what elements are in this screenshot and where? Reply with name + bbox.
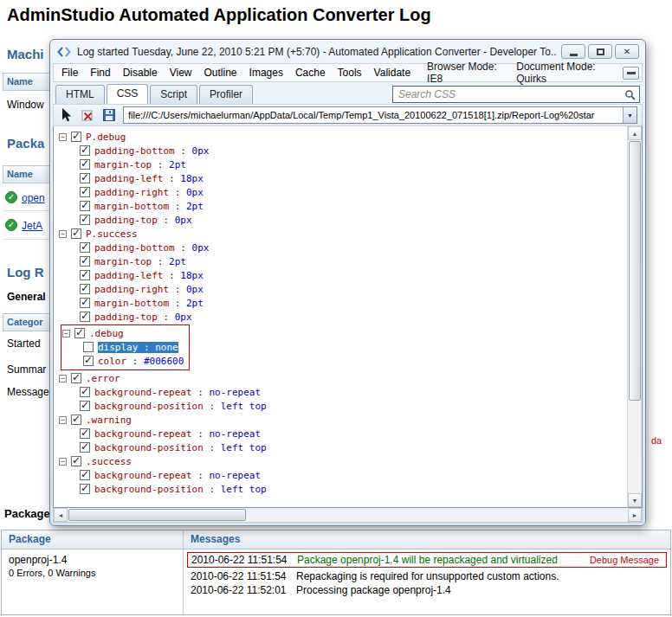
css-property[interactable]: background-position : left top xyxy=(94,401,267,412)
close-button[interactable]: ✕ xyxy=(615,44,639,59)
file-url-dropdown[interactable]: file:///C:/Users/michaelurman/AppData/Lo… xyxy=(123,106,637,124)
property-checkbox[interactable] xyxy=(80,312,90,322)
dropdown-arrow-icon[interactable]: ▼ xyxy=(623,107,636,123)
scroll-up-icon[interactable]: ▲ xyxy=(628,126,642,140)
tree-expander-icon[interactable]: − xyxy=(62,330,70,337)
rule-checkbox[interactable] xyxy=(74,328,85,338)
rule-checkbox[interactable] xyxy=(71,373,81,383)
tab-html[interactable]: HTML xyxy=(55,85,105,104)
css-property-row[interactable]: padding-left : 18px xyxy=(59,268,627,282)
minimize-button[interactable] xyxy=(561,44,585,59)
css-property-row[interactable]: background-repeat : no-repeat xyxy=(59,468,627,482)
tab-script[interactable]: Script xyxy=(150,85,197,104)
property-checkbox[interactable] xyxy=(80,256,90,267)
property-checkbox[interactable] xyxy=(80,145,90,156)
rule-checkbox[interactable] xyxy=(71,132,81,142)
disable-styles-icon[interactable] xyxy=(80,107,95,123)
css-property-row[interactable]: margin-top : 2pt xyxy=(59,157,627,171)
css-property-row[interactable]: background-position : left top xyxy=(59,482,627,496)
menu-item-tools[interactable]: Tools xyxy=(333,65,367,80)
rule-checkbox[interactable] xyxy=(71,228,81,239)
css-property[interactable]: background-position : left top xyxy=(94,442,267,453)
menu-item-find[interactable]: Find xyxy=(85,65,115,80)
property-checkbox[interactable] xyxy=(80,387,90,397)
tree-expander-icon[interactable]: − xyxy=(59,375,67,382)
vertical-scroll-track[interactable] xyxy=(628,402,642,493)
css-rule-row[interactable]: −.debug xyxy=(62,326,184,340)
property-checkbox[interactable] xyxy=(80,442,90,453)
tree-expander-icon[interactable]: − xyxy=(59,458,67,466)
menu-item-file[interactable]: File xyxy=(56,65,83,80)
property-checkbox[interactable] xyxy=(80,187,90,197)
css-property-row[interactable]: padding-bottom : 0px xyxy=(59,241,627,254)
machine-name-column-header[interactable]: Name xyxy=(3,73,50,91)
property-checkbox[interactable] xyxy=(83,356,94,366)
css-property-row[interactable]: padding-right : 0px xyxy=(59,185,627,199)
package-column-header[interactable]: Package xyxy=(2,530,184,549)
collapse-menubar-icon[interactable] xyxy=(623,67,639,80)
search-icon[interactable] xyxy=(624,88,636,100)
css-property-row[interactable]: background-position : left top xyxy=(59,399,627,413)
css-property-row[interactable]: padding-bottom : 0px xyxy=(59,144,627,157)
css-rule-row[interactable]: −.error xyxy=(59,371,627,385)
css-rule-row[interactable]: −P.debug xyxy=(59,130,627,144)
property-checkbox[interactable] xyxy=(80,159,90,170)
css-property-row[interactable]: margin-bottom : 2pt xyxy=(59,296,627,310)
scroll-down-icon[interactable]: ▼ xyxy=(628,493,642,507)
menu-item-outline[interactable]: Outline xyxy=(199,65,242,80)
tree-expander-icon[interactable]: − xyxy=(59,230,67,238)
messages-column-header[interactable]: Messages xyxy=(184,530,670,549)
property-checkbox[interactable] xyxy=(80,215,90,225)
save-icon[interactable] xyxy=(101,107,117,123)
property-checkbox[interactable] xyxy=(80,173,90,183)
property-checkbox[interactable] xyxy=(83,342,94,352)
vertical-scroll-thumb[interactable] xyxy=(629,141,641,401)
css-property[interactable]: margin-top : 2pt xyxy=(94,159,186,170)
property-checkbox[interactable] xyxy=(80,401,90,411)
category-column-header[interactable]: Categor xyxy=(3,313,50,331)
packages-name-column-header[interactable]: Name xyxy=(3,165,50,183)
css-property[interactable]: background-repeat : no-repeat xyxy=(94,470,261,481)
property-checkbox[interactable] xyxy=(80,470,90,480)
css-property[interactable]: padding-right : 0px xyxy=(94,284,204,295)
css-property-row[interactable]: background-position : left top xyxy=(59,440,627,454)
css-property-row[interactable]: background-repeat : no-repeat xyxy=(59,427,627,440)
vertical-scrollbar[interactable]: ▲ ▼ xyxy=(627,126,642,507)
rule-checkbox[interactable] xyxy=(71,456,81,466)
menu-item-view[interactable]: View xyxy=(165,65,197,80)
css-property[interactable]: color : #006600 xyxy=(98,356,184,367)
menu-item-validate[interactable]: Validate xyxy=(369,65,416,80)
css-property[interactable]: padding-bottom : 0px xyxy=(94,145,209,157)
css-property[interactable]: background-repeat : no-repeat xyxy=(94,428,261,440)
horizontal-scroll-track[interactable] xyxy=(247,508,628,522)
css-property-row[interactable]: margin-top : 2pt xyxy=(59,254,627,268)
property-checkbox[interactable] xyxy=(80,242,90,253)
css-rule-row[interactable]: −P.success xyxy=(59,227,627,241)
css-property[interactable]: padding-top : 0px xyxy=(94,215,192,226)
tree-expander-icon[interactable]: − xyxy=(59,133,67,141)
css-property[interactable]: padding-top : 0px xyxy=(94,312,192,323)
css-property-row[interactable]: padding-top : 0px xyxy=(59,213,627,227)
css-property[interactable]: padding-left : 18px xyxy=(94,173,204,184)
package-link-openproj[interactable]: open xyxy=(22,192,45,204)
css-property-row[interactable]: display : none xyxy=(62,340,184,354)
css-property-row[interactable]: padding-right : 0px xyxy=(59,282,627,296)
property-checkbox[interactable] xyxy=(80,484,90,494)
css-property[interactable]: background-repeat : no-repeat xyxy=(94,387,261,398)
scroll-left-icon[interactable]: ◄ xyxy=(54,508,68,522)
tab-css[interactable]: CSS xyxy=(107,84,149,104)
horizontal-scroll-thumb[interactable] xyxy=(68,509,246,521)
css-property[interactable]: background-position : left top xyxy=(94,484,267,495)
property-checkbox[interactable] xyxy=(80,201,90,211)
css-property[interactable]: padding-right : 0px xyxy=(94,187,204,198)
property-checkbox[interactable] xyxy=(80,284,90,294)
tree-expander-icon[interactable]: − xyxy=(59,416,67,424)
css-property-row[interactable]: margin-bottom : 2pt xyxy=(59,199,627,213)
menu-item-cache[interactable]: Cache xyxy=(290,65,331,80)
tab-profiler[interactable]: Profiler xyxy=(199,85,253,104)
property-checkbox[interactable] xyxy=(80,298,90,308)
horizontal-scrollbar[interactable]: ◄ ► xyxy=(53,508,643,523)
package-link-jeta[interactable]: JetA xyxy=(22,220,42,232)
property-checkbox[interactable] xyxy=(80,270,90,280)
css-property[interactable]: margin-bottom : 2pt xyxy=(94,298,204,309)
